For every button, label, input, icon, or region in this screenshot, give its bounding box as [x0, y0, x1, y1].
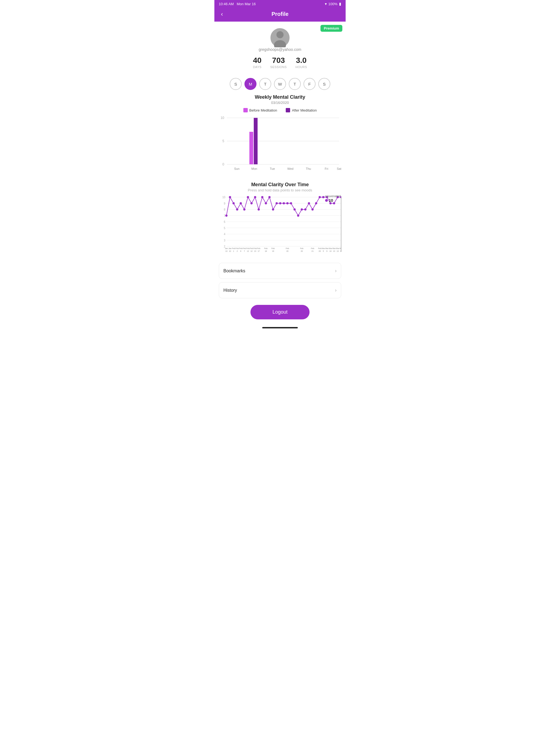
legend-before-label: Before Meditation — [249, 108, 277, 112]
svg-text:20: 20 — [286, 250, 288, 252]
data-point-5[interactable] — [244, 208, 246, 210]
svg-text:10: 10 — [222, 196, 226, 199]
svg-text:5: 5 — [224, 227, 225, 230]
svg-text:Fri: Fri — [325, 167, 328, 170]
data-point-20[interactable] — [297, 215, 299, 217]
day-circle-6[interactable]: S — [318, 78, 330, 90]
svg-text:Mon: Mon — [251, 167, 257, 170]
svg-text:17: 17 — [258, 250, 260, 252]
data-point-18[interactable] — [290, 202, 292, 205]
battery-percent: 100% — [328, 2, 337, 6]
line-path — [226, 197, 341, 216]
data-point-27[interactable] — [322, 196, 324, 198]
data-point-7[interactable] — [251, 202, 253, 205]
data-point-13[interactable] — [272, 208, 274, 210]
svg-text:7: 7 — [224, 214, 225, 217]
svg-text:Jan: Jan — [225, 248, 228, 249]
premium-badge[interactable]: Premium — [321, 25, 342, 32]
stat-days-label: DAYS — [253, 66, 261, 69]
svg-text:6: 6 — [240, 250, 241, 252]
data-point-3[interactable] — [236, 208, 238, 210]
menu-item-bookmarks[interactable]: Bookmarks › — [219, 263, 341, 279]
back-button[interactable]: ‹ — [219, 9, 225, 19]
stat-days: 40 DAYS — [253, 56, 261, 69]
data-point-23[interactable] — [308, 202, 310, 205]
svg-text:0: 0 — [222, 162, 224, 166]
stat-days-value: 40 — [253, 56, 261, 65]
data-point-21[interactable] — [301, 208, 303, 210]
bar-after-mon — [254, 118, 258, 164]
tooltip-label: rejuvenated — [325, 195, 341, 198]
svg-text:10: 10 — [229, 250, 231, 252]
page-title: Profile — [272, 11, 288, 17]
data-point-14[interactable] — [276, 202, 278, 205]
svg-text:26: 26 — [319, 250, 321, 252]
data-point-2[interactable] — [232, 202, 235, 205]
data-point-6[interactable] — [247, 196, 249, 198]
svg-text:Mar: Mar — [336, 248, 339, 249]
menu-items: Bookmarks › History › — [219, 263, 341, 298]
svg-text:Feb: Feb — [318, 248, 321, 249]
data-point-11[interactable] — [265, 202, 267, 205]
svg-text:Mar: Mar — [339, 248, 341, 249]
data-point-1[interactable] — [229, 196, 231, 198]
day-circle-0[interactable]: S — [230, 78, 242, 90]
status-bar: 10:46 AM Mon Mar 16 ▾ 100% ▮ — [214, 0, 346, 8]
logout-button[interactable]: Logout — [251, 305, 309, 319]
day-circle-4[interactable]: T — [289, 78, 301, 90]
data-point-25[interactable] — [315, 202, 317, 205]
data-point-10[interactable] — [261, 196, 263, 198]
svg-text:Wed: Wed — [287, 167, 294, 170]
svg-text:5: 5 — [323, 250, 324, 252]
data-point-19[interactable] — [294, 208, 296, 210]
data-point-16[interactable] — [283, 202, 285, 205]
menu-item-history[interactable]: History › — [219, 282, 341, 298]
svg-text:13: 13 — [337, 250, 339, 252]
stats-row: 40 DAYS 703 SESSIONS 3.0 HOURS — [253, 55, 307, 73]
svg-text:Mar: Mar — [329, 248, 332, 249]
svg-text:Feb: Feb — [253, 248, 257, 249]
data-point-9[interactable] — [258, 208, 260, 210]
svg-text:Sat: Sat — [337, 167, 341, 170]
svg-text:9: 9 — [224, 202, 225, 205]
svg-text:Sun: Sun — [234, 167, 239, 170]
day-circle-1[interactable]: M — [245, 78, 256, 90]
stat-sessions: 703 SESSIONS — [270, 56, 286, 69]
tooltip-number: 10 — [329, 198, 333, 203]
bookmarks-chevron-icon: › — [335, 268, 337, 274]
data-point-8[interactable] — [254, 196, 256, 198]
svg-text:2: 2 — [236, 250, 238, 252]
logout-section: Logout — [214, 305, 346, 319]
data-point-24[interactable] — [311, 208, 314, 210]
tooltip-value: 10 — [325, 198, 333, 203]
svg-text:Feb: Feb — [243, 248, 246, 249]
data-point-17[interactable] — [286, 202, 288, 205]
svg-text:8: 8 — [224, 208, 225, 211]
data-point-12[interactable] — [269, 196, 271, 198]
status-icons: ▾ 100% ▮ — [325, 2, 341, 6]
data-point-0[interactable] — [225, 215, 228, 217]
svg-text:13: 13 — [333, 250, 335, 252]
svg-text:3: 3 — [224, 239, 225, 242]
svg-text:21: 21 — [311, 250, 314, 252]
day-circle-5[interactable]: F — [304, 78, 315, 90]
data-point-15[interactable] — [279, 202, 281, 205]
legend-after-color — [286, 108, 290, 112]
svg-text:Feb: Feb — [264, 248, 268, 249]
svg-text:1: 1 — [233, 250, 234, 252]
day-circle-2[interactable]: T — [259, 78, 271, 90]
tooltip-dot — [325, 199, 328, 202]
data-point-4[interactable] — [240, 202, 242, 205]
battery-icon: ▮ — [339, 2, 341, 6]
svg-text:18: 18 — [265, 250, 267, 252]
day-circle-3[interactable]: W — [274, 78, 286, 90]
line-chart-subtitle: Press and hold data points to see moods — [219, 188, 341, 192]
svg-text:7: 7 — [244, 250, 245, 252]
data-point-26[interactable] — [319, 196, 321, 198]
svg-text:5: 5 — [222, 139, 224, 143]
data-point-22[interactable] — [304, 208, 307, 210]
avatar — [271, 28, 289, 47]
svg-text:Feb: Feb — [250, 248, 253, 249]
weekly-chart-title: Weekly Mental Clarity — [219, 94, 341, 100]
svg-text:Feb: Feb — [239, 248, 242, 249]
